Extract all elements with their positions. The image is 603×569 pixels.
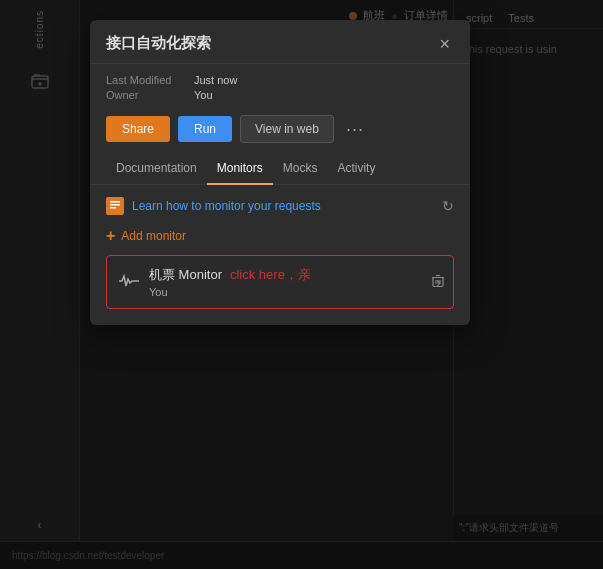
modal-close-button[interactable]: × [435,35,454,53]
monitor-delete-icon[interactable] [431,274,445,291]
tab-activity[interactable]: Activity [327,153,385,185]
tab-monitors[interactable]: Monitors [207,153,273,185]
modal-title: 接口自动化探索 [106,34,211,53]
modal-meta: Last Modified Just now Owner You [90,64,470,107]
modal-tabs: Documentation Monitors Mocks Activity [90,153,470,185]
svg-rect-2 [110,204,120,206]
tab-mocks[interactable]: Mocks [273,153,328,185]
collection-modal: 接口自动化探索 × Last Modified Just now Owner Y… [90,20,470,325]
svg-rect-3 [110,207,116,209]
tab-documentation[interactable]: Documentation [106,153,207,185]
learn-link[interactable]: Learn how to monitor your requests [132,199,321,213]
more-options-button[interactable]: ··· [342,119,368,140]
monitor-click-hint: click here，亲 [230,266,311,284]
add-monitor-label: Add monitor [121,229,186,243]
run-button[interactable]: Run [178,116,232,142]
add-monitor-button[interactable]: + Add monitor [106,227,454,245]
svg-rect-1 [110,201,120,203]
owner-row: Owner You [106,89,454,101]
monitor-name: 机票 Monitor [149,266,222,284]
learn-icon [106,197,124,215]
monitor-owner: You [149,286,426,298]
modal-actions: Share Run View in web ··· [90,107,470,153]
refresh-icon[interactable]: ↻ [442,198,454,214]
add-monitor-plus-icon: + [106,227,115,245]
owner-value: You [194,89,213,101]
owner-label: Owner [106,89,186,101]
last-modified-label: Last Modified [106,74,186,86]
monitor-name-row: 机票 Monitor click here，亲 [149,266,426,284]
monitor-list-item[interactable]: 机票 Monitor click here，亲 You › [106,255,454,309]
modal-header: 接口自动化探索 × [90,20,470,64]
view-in-web-button[interactable]: View in web [240,115,334,143]
modal-body: Learn how to monitor your requests ↻ + A… [90,185,470,325]
last-modified-row: Last Modified Just now [106,74,454,86]
learn-banner: Learn how to monitor your requests ↻ [106,197,454,215]
monitor-info: 机票 Monitor click here，亲 You [149,266,426,298]
share-button[interactable]: Share [106,116,170,142]
waveform-icon [119,273,139,292]
last-modified-value: Just now [194,74,237,86]
